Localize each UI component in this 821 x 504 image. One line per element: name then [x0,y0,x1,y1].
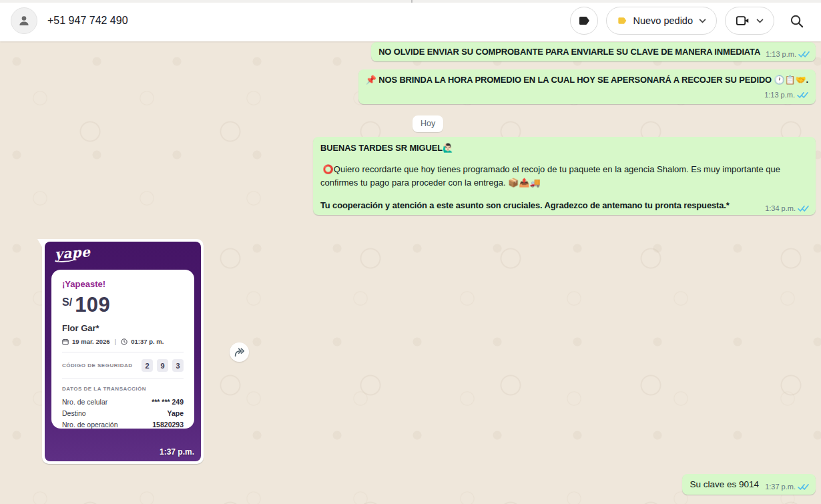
message-meta: 1:13 p.m. [764,91,808,99]
payer-name: Flor Gar* [62,323,184,333]
message-time: 1:37 p.m. [765,483,796,491]
bubble-tail [37,239,42,247]
clock-icon [121,338,127,345]
message-text: NO OLVIDE ENVIAR SU COMPROBANTE PARA ENV… [378,47,760,57]
row-value: Yape [167,409,184,417]
security-code-label: CÓDIGO DE SEGURIDAD [62,362,133,368]
message-meta: 1:34 p.m. [765,204,809,212]
scrollbar-tick [411,0,413,3]
read-receipt-icon [798,205,809,212]
security-code-row: CÓDIGO DE SEGURIDAD 2 9 3 [62,359,184,372]
label-icon-yellow [617,15,627,26]
transaction-row: Destino Yape [62,409,184,417]
labels-button[interactable] [570,7,598,35]
yape-receipt-image: yape ¡Yapeaste! S/ 109 Flor Gar* [45,242,201,461]
person-icon [17,13,31,28]
message-text: 📌 NOS BRINDA LA HORA PROMEDIO EN LA CUAL… [366,75,808,85]
message-time: 1:13 p.m. [766,50,796,58]
message-time: 1:13 p.m. [764,91,795,99]
forward-icon [234,347,245,357]
outgoing-message-1: NO OLVIDE ENVIAR SU COMPROBANTE PARA ENV… [371,42,816,61]
date-divider: Hoy [413,115,443,132]
outgoing-message-3: BUENAS TARDES SR MIGUEL🙋🏻‍♂️ ⭕Quiero rec… [313,137,816,215]
receipt-card: ¡Yapeaste! S/ 109 Flor Gar* 19 mar. 2026 [51,270,194,429]
chevron-down-icon [756,19,764,23]
digit-box: 3 [172,359,184,372]
chat-header: +51 947 742 490 Nuevo pedido [0,0,821,41]
contact-avatar[interactable] [11,7,37,34]
outgoing-message-4: Su clave es 9014 1:37 p.m. [682,474,816,495]
video-call-dropdown[interactable] [725,7,774,35]
search-button[interactable] [785,9,808,32]
divider [62,379,184,379]
receipt-title: ¡Yapeaste! [62,279,184,289]
row-label: Destino [62,409,86,417]
amount-value: 109 [75,294,110,315]
calendar-icon [62,338,69,345]
currency-symbol: S/ [62,296,72,308]
message-greeting: BUENAS TARDES SR MIGUEL🙋🏻‍♂️ [320,143,809,153]
top-browser-strip [0,0,821,3]
whatsapp-chat-window: +51 947 742 490 Nuevo pedido [0,0,821,504]
message-text: Su clave es 9014 [690,479,760,489]
search-icon [789,13,804,29]
digit-box: 2 [142,359,153,372]
digit-box: 9 [157,359,168,372]
message-time: 1:34 p.m. [765,204,796,212]
video-camera-icon [736,15,750,27]
row-value: *** *** 249 [152,398,184,406]
label-icon [577,14,591,27]
message-body: ⭕Quiero recordarte que hoy tienes progra… [320,163,809,190]
chevron-down-icon [699,19,706,23]
message-list[interactable]: NO OLVIDE ENVIAR SU COMPROBANTE PARA ENV… [0,41,821,504]
contact-phone-title[interactable]: +51 947 742 490 [47,15,128,27]
receipt-time: 01:37 p. m. [131,338,164,345]
receipt-amount: S/ 109 [62,294,184,315]
separator: | [115,338,117,345]
row-label: Nro. de operación [62,421,117,429]
security-digits: 2 9 3 [142,359,184,372]
transaction-row: Nro. de celular *** *** 249 [62,398,184,406]
message-meta: 1:13 p.m. [766,50,810,58]
transaction-section-label: DATOS DE LA TRANSACCIÓN [62,386,184,392]
yape-logo: yape [54,244,91,262]
transaction-row: Nro. de operación 15820293 [62,421,184,429]
row-label: Nro. de celular [62,398,107,406]
message-closing: Tu cooperación y atención a este asunto … [320,200,757,210]
incoming-image-message[interactable]: yape ¡Yapeaste! S/ 109 Flor Gar* [42,239,204,464]
divider [62,352,184,352]
message-time-overlay: 1:37 p.m. [160,447,194,457]
receipt-datetime: 19 mar. 2026 | 01:37 p. m. [62,338,184,345]
forward-message-button[interactable] [230,342,249,362]
row-value: 15820293 [152,421,184,429]
read-receipt-icon [797,91,808,99]
receipt-date: 19 mar. 2026 [72,338,110,345]
header-actions: Nuevo pedido [570,7,821,35]
outgoing-message-2: 📌 NOS BRINDA LA HORA PROMEDIO EN LA CUAL… [358,69,816,104]
order-status-label: Nuevo pedido [633,15,694,26]
order-status-dropdown[interactable]: Nuevo pedido [606,7,718,35]
message-meta: 1:37 p.m. [765,483,809,491]
read-receipt-icon [798,483,809,491]
read-receipt-icon [798,51,810,58]
